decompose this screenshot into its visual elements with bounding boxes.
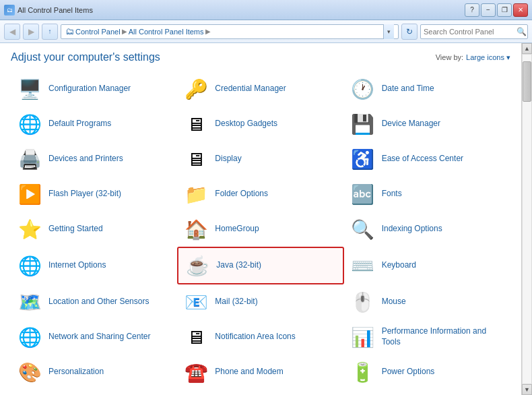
grid-item-credential-manager[interactable]: 🔑Credential Manager [177,71,343,107]
mail-icon: 📧 [182,288,209,315]
grid-item-performance-info[interactable]: 📊Performance Information and Tools [344,320,510,355]
view-by: View by: Large icons ▾ [436,53,510,62]
content-area: Adjust your computer's settings View by:… [0,43,521,395]
mail-label: Mail (32-bit) [215,297,257,307]
fonts-icon: 🔤 [350,181,376,208]
fonts-label: Fonts [382,189,402,200]
mouse-icon: 🖱️ [350,288,376,315]
java-32bit-label: Java (32-bit) [216,260,261,271]
grid-item-mouse[interactable]: 🖱️Mouse [344,284,510,320]
refresh-button[interactable]: ↻ [401,24,418,40]
devices-and-printers-icon: 🖨️ [16,146,43,173]
desktop-gadgets-icon: 🖥 [182,111,209,138]
keyboard-label: Keyboard [382,260,416,271]
homegroup-label: HomeGroup [215,224,259,235]
getting-started-label: Getting Started [48,224,103,235]
device-manager-icon: 💾 [350,111,376,138]
title-bar-left: 🗂 All Control Panel Items [4,5,93,16]
flash-player-label: Flash Player (32-bit) [48,189,121,200]
scroll-track [522,54,532,384]
up-button[interactable]: ↑ [42,24,58,40]
scroll-thumb[interactable] [523,61,531,102]
grid-item-indexing-options[interactable]: 🔍Indexing Options [344,212,510,247]
configuration-manager-label: Configuration Manager [48,84,131,94]
default-programs-label: Default Programs [48,119,111,129]
credential-manager-label: Credential Manager [215,84,286,94]
window-icon: 🗂 [4,5,15,16]
grid-item-keyboard[interactable]: ⌨️Keyboard [344,247,510,284]
grid-item-java-32bit[interactable]: ☕Java (32-bit) [177,247,343,284]
search-input[interactable] [424,28,517,36]
devices-and-printers-label: Devices and Printers [48,154,123,164]
breadcrumb-item-2[interactable]: All Control Panel Items [129,28,204,36]
breadcrumb-icon: 🗂 [65,26,74,36]
notification-icons-icon: 🖥 [182,324,209,351]
grid-item-desktop-gadgets[interactable]: 🖥Desktop Gadgets [177,107,343,142]
grid-item-devices-and-printers[interactable]: 🖨️Devices and Printers [11,142,177,177]
breadcrumb-dropdown[interactable]: ▾ [383,24,394,39]
minimize-button[interactable]: − [481,3,496,17]
title-bar: 🗂 All Control Panel Items ? − ❐ ✕ [0,0,532,20]
grid-item-fonts[interactable]: 🔤Fonts [344,177,510,212]
grid-item-display[interactable]: 🖥Display [177,142,343,177]
display-label: Display [215,154,241,164]
scroll-down-button[interactable]: ▼ [522,384,532,395]
breadcrumb-sep-1: ▶ [122,28,127,35]
internet-options-icon: 🌐 [16,252,43,279]
view-by-label: View by: [436,53,463,61]
grid-item-mail[interactable]: 📧Mail (32-bit) [177,284,343,320]
breadcrumb-sep-2: ▶ [205,28,211,35]
search-bar: 🔍 [420,24,528,39]
grid-item-phone-modem[interactable]: ☎️Phone and Modem [177,355,343,390]
scroll-up-button[interactable]: ▲ [522,43,532,54]
main-content: Adjust your computer's settings View by:… [0,43,532,395]
grid-item-personalization[interactable]: 🎨Personalization [11,355,177,390]
phone-modem-label: Phone and Modem [215,367,283,377]
grid-item-notification-icons[interactable]: 🖥Notification Area Icons [177,320,343,355]
grid-item-configuration-manager[interactable]: 🖥️Configuration Manager [11,71,177,107]
grid-item-ease-of-access-center[interactable]: ♿Ease of Access Center [344,142,510,177]
grid-item-power-options[interactable]: 🔋Power Options [344,355,510,390]
forward-button[interactable]: ▶ [23,24,39,40]
grid-item-internet-options[interactable]: 🌐Internet Options [11,247,177,284]
address-bar: ◀ ▶ ↑ 🗂 Control Panel ▶ All Control Pane… [0,20,532,43]
mouse-label: Mouse [382,297,406,307]
grid-item-date-and-time[interactable]: 🕐Date and Time [344,71,510,107]
view-by-value[interactable]: Large icons ▾ [466,53,510,62]
title-bar-buttons: ? − ❐ ✕ [465,3,528,17]
back-button[interactable]: ◀ [4,24,20,40]
personalization-icon: 🎨 [16,359,43,386]
flash-player-icon: ▶️ [16,181,43,208]
breadcrumb-item-1[interactable]: Control Panel [75,28,121,36]
personalization-label: Personalization [48,367,104,377]
grid-item-network-sharing[interactable]: 🌐Network and Sharing Center [11,320,177,355]
credential-manager-icon: 🔑 [182,75,209,102]
location-sensors-icon: 🗺️ [16,288,43,315]
power-options-icon: 🔋 [350,359,376,386]
grid-item-homegroup[interactable]: 🏠HomeGroup [177,212,343,247]
getting-started-icon: ⭐ [16,216,43,243]
items-grid: 🖥️Configuration Manager🔑Credential Manag… [11,71,510,390]
search-icon[interactable]: 🔍 [517,27,527,36]
grid-item-device-manager[interactable]: 💾Device Manager [344,107,510,142]
grid-item-location-sensors[interactable]: 🗺️Location and Other Sensors [11,284,177,320]
keyboard-icon: ⌨️ [350,252,376,279]
network-sharing-icon: 🌐 [16,324,43,351]
close-button[interactable]: ✕ [513,3,528,17]
notification-icons-label: Notification Area Icons [215,332,295,342]
grid-item-default-programs[interactable]: 🌐Default Programs [11,107,177,142]
internet-options-label: Internet Options [48,260,106,271]
homegroup-icon: 🏠 [182,216,209,243]
performance-info-label: Performance Information and Tools [382,326,505,347]
restore-button[interactable]: ❐ [497,3,512,17]
grid-item-flash-player[interactable]: ▶️Flash Player (32-bit) [11,177,177,212]
help-button[interactable]: ? [465,3,479,17]
device-manager-label: Device Manager [382,119,440,129]
grid-item-getting-started[interactable]: ⭐Getting Started [11,212,177,247]
desktop-gadgets-label: Desktop Gadgets [215,119,277,129]
folder-options-icon: 📁 [182,181,209,208]
grid-item-folder-options[interactable]: 📁Folder Options [177,177,343,212]
breadcrumb-bar: 🗂 Control Panel ▶ All Control Panel Item… [61,24,399,39]
configuration-manager-icon: 🖥️ [16,75,43,102]
scrollbar: ▲ ▼ [521,43,532,395]
